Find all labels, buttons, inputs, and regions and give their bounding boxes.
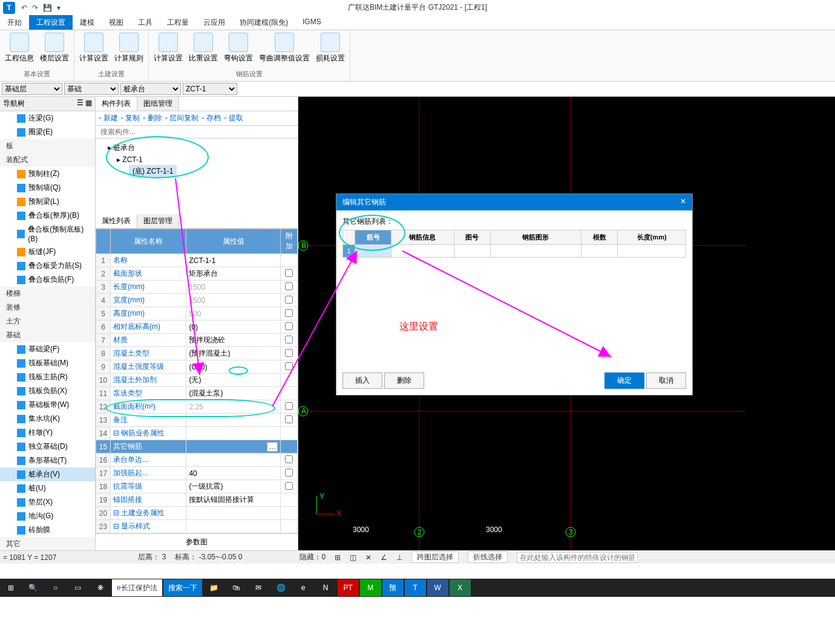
prop-name[interactable]: 相对底标高(m) (111, 320, 186, 334)
prop-check[interactable] (281, 307, 298, 320)
nav-item[interactable]: 圈梁(E) (0, 125, 95, 139)
tab-properties[interactable]: 属性列表 (96, 214, 137, 228)
prop-name[interactable]: 名称 (111, 254, 186, 267)
tab-igms[interactable]: IGMS (295, 15, 329, 30)
nav-item[interactable]: 筏板负筋(X) (0, 384, 95, 398)
prop-value[interactable]: (一级抗震) (186, 480, 281, 493)
ribbon-弯曲调整值设置[interactable]: 弯曲调整值设置 (259, 33, 310, 63)
prop-value[interactable]: (混凝土泵) (186, 387, 281, 400)
ribbon-计算规则[interactable]: 计算规则 (114, 33, 143, 63)
toolbar-新建[interactable]: ▫ 新建 (99, 113, 118, 123)
nav-item[interactable]: 预制柱(Z) (0, 167, 95, 181)
nav-item[interactable]: 筏板主筋(R) (0, 370, 95, 384)
rebar-input[interactable] (517, 552, 638, 563)
prop-name[interactable]: 截面形状 (111, 267, 186, 281)
task-excel[interactable]: X (450, 579, 471, 596)
nav-item[interactable]: 叠合板(预制底板)(B) (0, 223, 95, 245)
nav-category[interactable]: 土方 (0, 314, 95, 328)
prop-name[interactable]: ⊟ 显示样式 (111, 520, 186, 533)
prop-value[interactable]: 40 (186, 467, 281, 480)
ribbon-损耗设置[interactable]: 损耗设置 (316, 33, 345, 63)
status-icon2[interactable]: ◫ (350, 553, 356, 562)
nav-category[interactable]: 楼梯 (0, 287, 95, 301)
nav-item[interactable]: 柱墩(Y) (0, 426, 95, 440)
tab-collab[interactable]: 协同建模(限免) (232, 15, 295, 30)
prop-check[interactable] (281, 347, 298, 360)
tab-layer-mgmt[interactable]: 图层管理 (137, 214, 179, 228)
task-view[interactable]: ▭ (67, 579, 88, 596)
prop-check[interactable] (281, 334, 298, 347)
prop-value[interactable]: (预拌混凝土) (186, 347, 281, 360)
tree-root[interactable]: ▸ 桩承台 (99, 141, 295, 154)
prop-name[interactable]: 宽度(mm) (111, 294, 186, 307)
task-edge[interactable]: e (293, 579, 314, 596)
prop-check[interactable] (281, 254, 298, 267)
toolbar-存档[interactable]: ▫ 存档 (201, 113, 221, 123)
prop-name[interactable]: 长度(mm) (111, 281, 186, 294)
prop-check[interactable] (281, 440, 298, 454)
tab-view[interactable]: 视图 (102, 15, 131, 30)
task-app1[interactable]: ❋ (90, 579, 111, 596)
prop-check[interactable] (281, 454, 298, 467)
task-gtj[interactable]: T (405, 579, 426, 596)
prop-name[interactable]: 混凝土外加剂 (111, 374, 186, 387)
prop-name[interactable]: 抗震等级 (111, 480, 186, 493)
task-chrome[interactable]: 🌐 (270, 579, 292, 596)
prop-check[interactable] (281, 387, 298, 400)
task-ppt[interactable]: PT (338, 579, 359, 596)
nav-item[interactable]: 地沟(G) (0, 509, 95, 523)
prop-name[interactable]: 高度(mm) (111, 307, 186, 320)
nav-item[interactable]: 独立基础(D) (0, 440, 95, 454)
prop-value[interactable] (186, 507, 281, 520)
level-select[interactable]: 基础层 (2, 83, 62, 95)
prop-value[interactable] (186, 427, 281, 440)
nav-category[interactable]: 装配式 (0, 153, 95, 167)
nav-category[interactable]: 基础 (0, 328, 95, 342)
task-app2[interactable]: M (360, 579, 381, 596)
prop-check[interactable] (281, 414, 298, 427)
prop-check[interactable] (281, 374, 298, 387)
nav-item[interactable]: 条形基础(T) (0, 454, 95, 467)
prop-name[interactable]: ⊟ 钢筋业务属性 (111, 427, 186, 440)
ribbon-弯钩设置[interactable]: 弯钩设置 (224, 33, 253, 63)
tree-child[interactable]: ▸ ZCT-1 (99, 154, 295, 165)
task-cortana[interactable]: ○ (45, 579, 66, 596)
prop-name[interactable]: 备注 (111, 414, 186, 427)
status-icon4[interactable]: ∠ (381, 553, 387, 562)
nav-category[interactable]: 装修 (0, 301, 95, 314)
close-icon[interactable]: ✕ (680, 197, 686, 207)
nav-item[interactable]: 筏板基础(M) (0, 356, 95, 370)
prop-value[interactable] (186, 454, 281, 467)
status-icon1[interactable]: ⊞ (335, 553, 341, 562)
nav-item[interactable]: 连梁(G) (0, 111, 95, 125)
prop-value[interactable]: 预拌现浇砼 (186, 334, 281, 347)
tab-start[interactable]: 开始 (0, 15, 29, 30)
tab-drawing-mgmt[interactable]: 图纸管理 (137, 97, 179, 111)
task-search-btn[interactable]: 搜索一下 (163, 579, 202, 596)
grid-row-1[interactable]: 1 (343, 245, 355, 258)
prop-name[interactable]: 截面面积(m²) (111, 400, 186, 414)
prop-name[interactable]: 混凝土强度等级 (111, 360, 186, 374)
nav-item[interactable]: 叠合板(整厚)(B) (0, 209, 95, 223)
task-mail[interactable]: ✉ (248, 579, 269, 596)
ribbon-工程信息[interactable]: 工程信息 (5, 33, 34, 63)
ok-button[interactable]: 确定 (604, 372, 644, 389)
insert-button[interactable]: 插入 (342, 372, 382, 389)
task-word[interactable]: W (427, 579, 448, 596)
prop-check[interactable] (281, 480, 298, 493)
component-search-input[interactable] (96, 126, 298, 138)
prop-value[interactable] (186, 520, 281, 533)
task-search-icon[interactable]: 🔍 (22, 579, 44, 596)
nav-item[interactable]: 垫层(X) (0, 495, 95, 509)
prop-name[interactable]: ⊟ 土建业务属性 (111, 507, 186, 520)
nav-item[interactable]: 基础板带(W) (0, 398, 95, 412)
prop-check[interactable] (281, 400, 298, 414)
polyline-button[interactable]: 折线选择 (468, 551, 508, 563)
view-list-icon[interactable]: ☰ (77, 99, 84, 107)
qat-redo-icon[interactable]: ↷ (32, 4, 38, 12)
prop-value[interactable]: 矩形承台 (186, 267, 281, 281)
nav-item[interactable]: 桩(U) (0, 481, 95, 495)
prop-value[interactable]: 2.25 (186, 400, 281, 414)
prop-name[interactable]: 承台单边... (111, 454, 186, 467)
view-grid-icon[interactable]: ▦ (85, 99, 92, 107)
